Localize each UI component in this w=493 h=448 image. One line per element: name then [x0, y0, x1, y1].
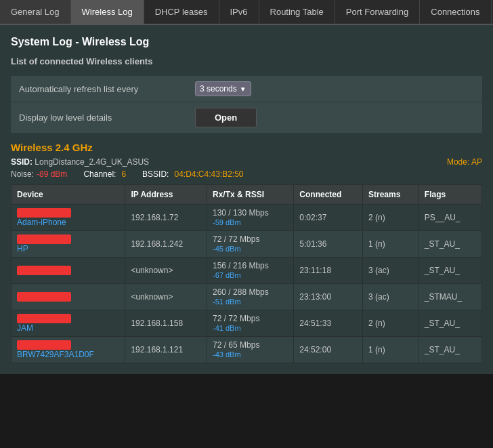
device-mac: -- -- -- -- -- --	[17, 340, 71, 350]
col-rxtx: Rx/Tx & RSSI	[207, 185, 294, 205]
device-cell: -- -- -- -- -- --	[12, 284, 125, 310]
table-row: -- -- -- -- -- -- HP 192.168.1.242 72 / …	[12, 231, 482, 258]
rxtx-cell: 72 / 65 Mbps -43 dBm	[207, 337, 294, 363]
flags-cell: _STMAU_	[419, 284, 481, 310]
refresh-label: Automatically refresh list every	[11, 76, 187, 102]
rxtx-cell: 156 / 216 Mbps -67 dBm	[207, 258, 294, 284]
tab-wireless-log[interactable]: Wireless Log	[71, 0, 144, 24]
device-name: HP	[17, 244, 28, 253]
table-row: -- -- -- -- -- -- <unknown> 260 / 288 Mb…	[12, 284, 482, 310]
device-name: BRW7429AF3A1D0F	[17, 350, 94, 359]
connected-cell: 5:01:36	[294, 231, 363, 258]
device-name: Adam-iPhone	[17, 218, 66, 227]
tab-bar: General Log Wireless Log DHCP leases IPv…	[0, 0, 493, 25]
rxtx-value: 260 / 288 Mbps	[213, 287, 269, 297]
rxtx-value: 72 / 72 Mbps	[213, 314, 259, 323]
col-streams: Streams	[363, 185, 419, 205]
ip-cell: 192.168.1.72	[125, 205, 207, 231]
tab-dhcp-leases[interactable]: DHCP leases	[144, 0, 219, 24]
rxtx-cell: 72 / 72 Mbps -41 dBm	[207, 310, 294, 337]
tab-ipv6[interactable]: IPv6	[219, 0, 259, 24]
col-device: Device	[12, 185, 125, 205]
open-button-cell: Open	[187, 102, 482, 134]
ssid-label: SSID:	[11, 157, 33, 167]
main-content: System Log - Wireless Log List of connec…	[0, 25, 493, 374]
col-connected: Connected	[294, 185, 363, 205]
table-row: -- -- -- -- -- -- JAM 192.168.1.158 72 /…	[12, 310, 482, 337]
mode-value: AP	[471, 157, 482, 167]
streams-cell: 2 (n)	[363, 310, 419, 337]
connected-cell: 24:51:33	[294, 310, 363, 337]
rssi-value: -59 dBm	[213, 218, 241, 226]
streams-cell: 3 (ac)	[363, 258, 419, 284]
rxtx-cell: 130 / 130 Mbps -59 dBm	[207, 205, 294, 231]
rxtx-value: 72 / 65 Mbps	[213, 340, 259, 350]
table-row: -- -- -- -- -- -- Adam-iPhone 192.168.1.…	[12, 205, 482, 231]
col-ip: IP Address	[125, 185, 207, 205]
wireless-header: Wireless 2.4 GHz	[11, 142, 482, 153]
connected-cell: 23:13:00	[294, 284, 363, 310]
device-mac: -- -- -- -- -- --	[17, 208, 71, 218]
rxtx-value: 130 / 130 Mbps	[213, 208, 269, 218]
flags-cell: _ST_AU_	[419, 310, 481, 337]
flags-cell: _ST_AU_	[419, 337, 481, 363]
tab-port-forwarding[interactable]: Port Forwarding	[335, 0, 420, 24]
page-subtitle: List of connected Wireless clients	[11, 56, 482, 66]
table-row: -- -- -- -- -- -- BRW7429AF3A1D0F 192.16…	[12, 337, 482, 363]
ip-cell: <unknown>	[125, 258, 207, 284]
tab-connections[interactable]: Connections	[420, 0, 491, 24]
col-flags: Flags	[419, 185, 481, 205]
details-label: Display low level details	[11, 102, 187, 134]
channel-value: 6	[121, 169, 126, 179]
noise-value: -89 dBm	[37, 169, 67, 179]
ssid-row: SSID: LongDistance_2.4G_UK_ASUS Mode: AP	[11, 157, 482, 167]
rssi-value: -67 dBm	[213, 271, 241, 279]
device-mac: -- -- -- -- -- --	[17, 314, 71, 323]
rxtx-value: 72 / 72 Mbps	[213, 235, 259, 244]
noise-label: Noise:	[11, 169, 34, 179]
device-cell: -- -- -- -- -- -- Adam-iPhone	[12, 205, 125, 231]
dropdown-arrow-icon: ▼	[240, 85, 246, 93]
device-cell: -- -- -- -- -- --	[12, 258, 125, 284]
flags-cell: _ST_AU_	[419, 231, 481, 258]
connected-cell: 23:11:18	[294, 258, 363, 284]
streams-cell: 2 (n)	[363, 205, 419, 231]
ip-cell: <unknown>	[125, 284, 207, 310]
device-cell: -- -- -- -- -- -- JAM	[12, 310, 125, 337]
ip-cell: 192.168.1.242	[125, 231, 207, 258]
streams-cell: 1 (n)	[363, 231, 419, 258]
rssi-value: -43 dBm	[213, 350, 241, 359]
rssi-value: -45 dBm	[213, 245, 241, 253]
tab-routing-table[interactable]: Routing Table	[259, 0, 335, 24]
open-button[interactable]: Open	[195, 108, 257, 127]
noise-row: Noise: -89 dBm Channel: 6 BSSID: 04:D4:C…	[11, 169, 482, 179]
bssid-label: BSSID:	[142, 169, 169, 179]
wireless-section: Wireless 2.4 GHz SSID: LongDistance_2.4G…	[11, 134, 482, 363]
refresh-select-wrapper[interactable]: 3 seconds ▼	[195, 81, 251, 96]
bssid-value: 04:D4:C4:43:B2:50	[174, 169, 243, 179]
table-row: -- -- -- -- -- -- <unknown> 156 / 216 Mb…	[12, 258, 482, 284]
connected-cell: 0:02:37	[294, 205, 363, 231]
channel-label: Channel:	[83, 169, 116, 179]
rxtx-cell: 260 / 288 Mbps -51 dBm	[207, 284, 294, 310]
flags-cell: PS__AU_	[419, 205, 481, 231]
device-mac: -- -- -- -- -- --	[17, 292, 71, 302]
device-cell: -- -- -- -- -- -- HP	[12, 231, 125, 258]
device-table: Device IP Address Rx/Tx & RSSI Connected…	[11, 184, 482, 363]
connected-cell: 24:52:00	[294, 337, 363, 363]
ssid-value: LongDistance_2.4G_UK_ASUS	[35, 157, 149, 167]
rssi-value: -41 dBm	[213, 324, 241, 332]
streams-cell: 3 (ac)	[363, 284, 419, 310]
rxtx-value: 156 / 216 Mbps	[213, 261, 269, 270]
refresh-select-text: 3 seconds	[200, 84, 237, 94]
mode-label-text: Mode:	[447, 157, 469, 167]
rssi-value: -51 dBm	[213, 298, 241, 306]
streams-cell: 1 (n)	[363, 337, 419, 363]
ip-cell: 192.168.1.121	[125, 337, 207, 363]
device-mac: -- -- -- -- -- --	[17, 235, 71, 244]
ip-cell: 192.168.1.158	[125, 310, 207, 337]
tab-general-log[interactable]: General Log	[0, 0, 71, 24]
device-mac: -- -- -- -- -- --	[17, 266, 71, 275]
device-name: JAM	[17, 323, 33, 333]
mode-display: Mode: AP	[447, 157, 482, 167]
